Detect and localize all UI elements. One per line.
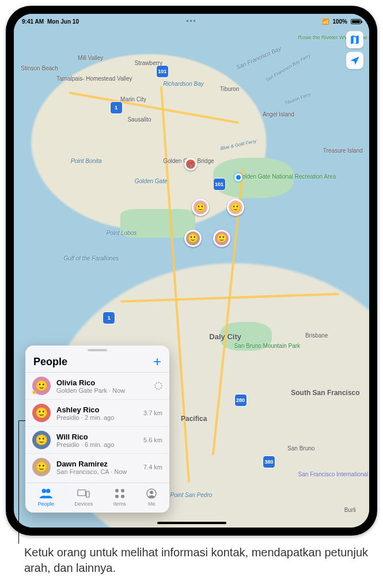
user-location-dot[interactable] <box>234 173 242 181</box>
loading-spinner-icon <box>154 382 162 390</box>
locate-button[interactable] <box>346 52 363 69</box>
person-name: Ashley Rico <box>56 405 138 414</box>
person-name: Dawn Ramirez <box>56 460 138 468</box>
person-sub: Golden Gate Park · Now <box>56 387 149 394</box>
person-distance: 5.6 km <box>143 437 162 443</box>
person-sub: Presidio · 6 min. ago <box>56 441 138 448</box>
map-label: Point Bonita <box>71 158 102 164</box>
route-shield-1: 1 <box>110 101 123 114</box>
map-label: San Bruno Mountain Park <box>234 343 301 349</box>
map-label: San Francisco International Airport <box>298 471 369 477</box>
map-controls <box>346 31 363 69</box>
map-label: South San Francisco <box>291 389 359 397</box>
person-sub: San Francisco, CA · Now <box>56 468 138 475</box>
map-avatar[interactable]: 🙂 <box>184 230 202 247</box>
status-time: 9:41 AM <box>22 18 44 25</box>
route-shield-101: 101 <box>213 178 226 191</box>
add-person-button[interactable]: + <box>153 355 161 369</box>
map-avatar[interactable]: 🙂 <box>192 199 209 216</box>
svg-point-5 <box>121 495 124 498</box>
svg-point-4 <box>115 495 119 498</box>
avatar: 🙂 <box>32 431 51 449</box>
map-label: Treasure Island <box>323 147 363 154</box>
map-label: San Francisco Bay <box>235 45 282 71</box>
map-icon <box>350 35 360 45</box>
person-row[interactable]: 🙂 Dawn Ramirez San Francisco, CA · Now 7… <box>25 453 169 480</box>
person-row[interactable]: 🙂★ Olivia Rico Golden Gate Park · Now <box>25 372 169 399</box>
map-label: San Bruno <box>287 445 314 452</box>
battery-pct: 100% <box>332 18 347 25</box>
map-avatar[interactable]: 📍 <box>184 158 197 170</box>
tab-label: People <box>38 501 54 507</box>
route-shield-280: 280 <box>234 394 247 407</box>
tab-label: Devices <box>74 501 93 507</box>
svg-rect-1 <box>86 491 90 497</box>
me-icon <box>146 488 157 499</box>
map-label: Gulf of the Farallones <box>63 255 119 261</box>
person-row[interactable]: 🙂 Will Rico Presidio · 6 min. ago 5.6 km <box>25 426 169 453</box>
map-label: Marin City <box>120 96 146 103</box>
map-label: Golden Gate <box>135 178 168 184</box>
tab-items[interactable]: Items <box>113 488 126 507</box>
map-label: Pacifica <box>181 415 207 423</box>
map-mode-button[interactable] <box>346 31 363 48</box>
tab-me[interactable]: Me <box>146 488 157 507</box>
items-icon <box>115 488 125 499</box>
map-label: Angel Island <box>263 111 294 117</box>
callout-line <box>18 420 19 544</box>
wifi-icon: 📶 <box>322 18 329 25</box>
map-label: Burli <box>344 507 356 513</box>
battery-icon <box>351 19 361 24</box>
svg-point-2 <box>115 489 119 492</box>
map-label: San Francisco Bay Ferry <box>265 53 312 83</box>
map-avatar[interactable]: 🙂 <box>227 199 244 216</box>
route-shield-1: 1 <box>103 312 115 324</box>
people-list: 🙂★ Olivia Rico Golden Gate Park · Now 🙂 … <box>25 372 169 483</box>
map-label: Point San Pedro <box>170 492 212 498</box>
map-label: Tiburon Ferry <box>284 92 312 106</box>
svg-rect-0 <box>78 490 86 496</box>
ipad-frame: 1 1 101 101 280 380 Mill Valley Tamalpai… <box>6 6 377 536</box>
map-label: Richardson Bay <box>163 81 204 87</box>
tab-label: Items <box>113 501 126 507</box>
svg-point-7 <box>150 491 153 494</box>
people-panel: People + 🙂★ Olivia Rico Golden Gate Park… <box>25 346 169 513</box>
person-row[interactable]: 🙂 Ashley Rico Presidio · 2 min. ago 3.7 … <box>25 399 169 426</box>
tab-devices[interactable]: Devices <box>74 488 93 507</box>
panel-grabber[interactable] <box>88 349 107 351</box>
map-label: Brisbane <box>305 332 328 339</box>
person-sub: Presidio · 2 min. ago <box>56 414 138 421</box>
person-name: Olivia Rico <box>56 378 149 387</box>
home-indicator[interactable] <box>157 522 226 524</box>
multitask-indicator[interactable]: ••• <box>186 17 197 25</box>
map-label: Point Lobos <box>106 230 136 236</box>
locate-icon <box>350 55 360 66</box>
avatar: 🙂 <box>32 458 51 476</box>
map-label: Sausalito <box>127 116 151 123</box>
person-distance: 3.7 km <box>143 409 162 416</box>
map-label: Mill Valley <box>78 55 103 61</box>
status-date: Mon Jun 10 <box>47 18 79 25</box>
caption-text: Ketuk orang untuk melihat informasi kont… <box>24 545 371 576</box>
svg-point-3 <box>121 489 124 492</box>
panel-tabs: People Devices Items Me <box>25 483 169 513</box>
map-label: Tamalpais- Homestead Valley <box>56 75 132 82</box>
people-icon <box>40 488 52 499</box>
devices-icon <box>77 488 90 499</box>
favorite-star-icon: ★ <box>31 388 37 396</box>
tab-label: Me <box>148 501 156 507</box>
person-distance: 7.4 km <box>143 464 162 471</box>
road <box>68 92 238 124</box>
person-name: Will Rico <box>56 433 138 441</box>
tab-people[interactable]: People <box>38 488 54 507</box>
route-shield-101: 101 <box>156 65 169 78</box>
map-label: Golden Gate National Recreation Area <box>238 173 336 180</box>
map-label: Tiburon <box>220 86 240 92</box>
map-label: Stinson Beach <box>21 65 58 71</box>
screen: 1 1 101 101 280 380 Mill Valley Tamalpai… <box>14 14 369 528</box>
map-label: Daly City <box>209 332 241 341</box>
panel-title: People <box>33 356 67 368</box>
map-label: Strawberry <box>135 60 162 66</box>
route-shield-380: 380 <box>263 456 275 468</box>
map-avatar[interactable]: 🙂 <box>213 230 230 247</box>
